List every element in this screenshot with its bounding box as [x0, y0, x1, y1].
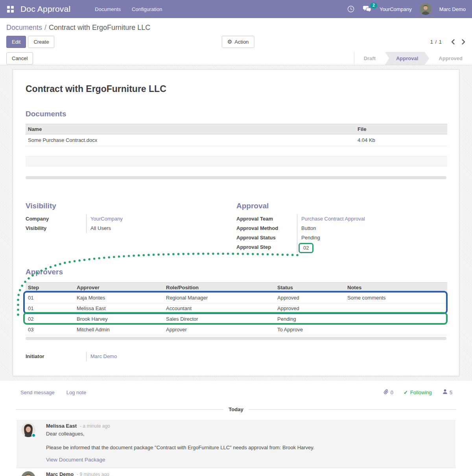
- user-avatar[interactable]: [420, 3, 431, 15]
- record-title: Contract with ErgoFurniture LLC: [26, 83, 446, 94]
- paperclip-icon: [383, 389, 389, 396]
- form-sheet: Contract with ErgoFurniture LLC Document…: [13, 69, 459, 376]
- approval-step-label: Approval Step: [236, 243, 297, 252]
- top-navbar: Doc Approval Documents Configuration 2 Y…: [0, 0, 472, 18]
- following-label: Following: [410, 390, 432, 395]
- initiator-field-value[interactable]: Marc Demo: [86, 352, 165, 361]
- followers-person-icon: [442, 389, 448, 396]
- approvers-col-role: Role/Position: [164, 282, 275, 292]
- cancel-button[interactable]: Cancel: [6, 52, 33, 64]
- documents-table-scrollbar[interactable]: [26, 176, 446, 179]
- approvers-col-step: Step: [26, 282, 74, 292]
- online-status-dot: [31, 433, 36, 437]
- attachments-count: 0: [391, 390, 393, 395]
- message-author[interactable]: Marc Demo: [46, 471, 74, 476]
- visibility-field-label: Visibility: [26, 224, 86, 233]
- message-author[interactable]: Melissa East: [46, 423, 77, 429]
- initiator-field-label: Initiator: [26, 352, 86, 361]
- log-note-button[interactable]: Log note: [66, 390, 87, 395]
- attachments-button[interactable]: 0: [383, 389, 393, 396]
- pager-previous-icon[interactable]: [451, 39, 455, 45]
- approvers-col-approver: Approver: [74, 282, 164, 292]
- chatter: Send message Log note 0 ✓ Following: [0, 381, 472, 476]
- approval-team-value[interactable]: Purchase Contract Approval: [297, 214, 446, 224]
- nav-menu-configuration[interactable]: Configuration: [132, 6, 162, 12]
- approval-section-heading: Approval: [236, 201, 446, 211]
- message-marc-demo: Marc Demo - 9 minutes ago: [17, 468, 455, 476]
- approvers-section-heading: Approvers: [26, 267, 446, 277]
- message-author-avatar[interactable]: [21, 471, 35, 476]
- user-name[interactable]: Marc Demo: [439, 6, 466, 12]
- approvers-col-status: Status: [275, 282, 345, 292]
- approver-row[interactable]: 03Mitchell Admin ApproverTo Approve: [26, 324, 447, 335]
- message-timestamp: - a minute ago: [80, 423, 110, 429]
- approval-team-label: Approval Team: [236, 214, 297, 224]
- following-button[interactable]: ✓ Following: [404, 390, 432, 395]
- visibility-section-heading: Visibility: [26, 201, 229, 211]
- content-area: Contract with ErgoFurniture LLC Document…: [0, 65, 472, 381]
- apps-grid-icon[interactable]: [6, 5, 14, 13]
- nav-menu-documents[interactable]: Documents: [95, 6, 121, 12]
- date-divider: Today: [16, 406, 456, 413]
- date-divider-label: Today: [229, 406, 243, 412]
- followers-count: 5: [450, 390, 452, 395]
- breadcrumb-separator: /: [44, 24, 46, 31]
- approvers-col-notes: Notes: [345, 282, 447, 292]
- view-document-package-link[interactable]: View Document Package: [46, 457, 105, 463]
- company-switcher[interactable]: YourCompany: [380, 6, 412, 12]
- company-field-value[interactable]: YourCompany: [86, 214, 229, 224]
- document-empty-row: [26, 167, 447, 176]
- approver-row[interactable]: 01Kaja Montes Regional ManagerApproved S…: [26, 292, 447, 303]
- approval-step-highlight-box: 02: [299, 243, 313, 253]
- edit-button[interactable]: Edit: [6, 36, 26, 48]
- document-empty-row: [26, 156, 447, 167]
- status-step-draft[interactable]: Draft: [354, 52, 385, 65]
- approval-method-value: Button: [297, 224, 446, 233]
- visibility-field-value: All Users: [86, 224, 229, 233]
- approval-method-label: Approval Method: [236, 224, 297, 233]
- approver-row[interactable]: 02Brook Harvey Sales DirectorPending: [26, 314, 447, 324]
- status-step-approved[interactable]: Approved: [429, 52, 472, 65]
- documents-col-name: Name: [26, 124, 355, 134]
- documents-col-file: File: [355, 124, 447, 134]
- action-button[interactable]: ⚙ Action: [222, 36, 254, 48]
- form-statusbar-row: Cancel Draft Approval Approved: [0, 52, 472, 65]
- activity-clock-icon[interactable]: [347, 5, 355, 13]
- app-title[interactable]: Doc Approval: [20, 4, 70, 14]
- create-button[interactable]: Create: [28, 36, 54, 48]
- messages-count-badge: 2: [370, 3, 377, 8]
- approvers-table: Step Approver Role/Position Status Notes…: [26, 282, 447, 335]
- company-field-label: Company: [26, 214, 86, 224]
- document-empty-row: [26, 146, 447, 156]
- statusbar: Draft Approval Approved: [354, 52, 472, 65]
- approval-status-label: Approval Status: [236, 233, 297, 243]
- approval-status-value: Pending: [297, 233, 446, 243]
- message-timestamp: - 9 minutes ago: [77, 472, 109, 476]
- control-panel: Documents/Contract with ErgoFurniture LL…: [0, 18, 472, 52]
- pager-next-icon[interactable]: [461, 39, 466, 45]
- approvers-table-scrollbar[interactable]: [26, 337, 446, 340]
- action-button-label: Action: [234, 39, 249, 45]
- documents-section-heading: Documents: [26, 109, 446, 119]
- breadcrumb: Documents/Contract with ErgoFurniture LL…: [6, 23, 466, 32]
- approver-row[interactable]: 01Melissa East AccountantApproved: [26, 303, 447, 314]
- breadcrumb-current: Contract with ErgoFurniture LLC: [49, 24, 150, 31]
- doc-approval-app: { "navbar": { "brand": "Doc Approval", "…: [0, 0, 472, 476]
- pager-counter: 1 / 1: [430, 39, 442, 45]
- message-line: Dear colleagues,: [46, 430, 451, 437]
- gear-icon: ⚙: [227, 39, 232, 45]
- message-melissa-east: Melissa East - a minute ago Dear colleag…: [17, 420, 455, 468]
- check-icon: ✓: [404, 390, 408, 395]
- followers-button[interactable]: 5: [442, 389, 452, 396]
- documents-table: Name File Some Purchase Contract.docx 4.…: [26, 124, 447, 176]
- message-line: Please be informed that the document pac…: [46, 444, 451, 451]
- send-message-button[interactable]: Send message: [20, 390, 55, 395]
- status-step-approval[interactable]: Approval: [385, 52, 429, 65]
- document-row[interactable]: Some Purchase Contract.docx 4.04 Kb: [26, 134, 447, 146]
- breadcrumb-documents-link[interactable]: Documents: [6, 24, 42, 31]
- messages-icon[interactable]: 2: [363, 6, 372, 13]
